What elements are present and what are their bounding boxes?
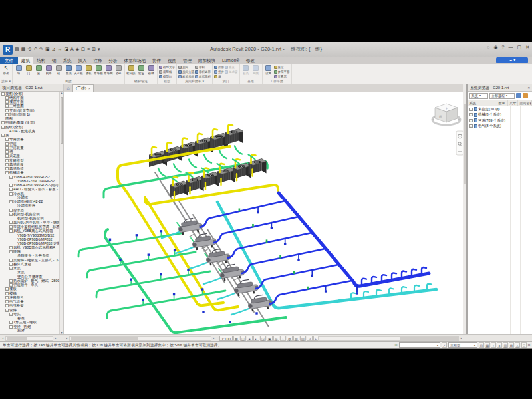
- tool-楼板[interactable]: 楼板: [84, 65, 93, 75]
- tool-坡道[interactable]: 坡道: [136, 65, 146, 75]
- ribbon-tab-8[interactable]: 协作: [149, 57, 164, 64]
- tool-面积边界[interactable]: 面积边界: [195, 70, 211, 74]
- expander-icon[interactable]: +: [9, 283, 13, 287]
- system-row[interactable]: +电气(8 个系统): [468, 124, 532, 130]
- system-row[interactable]: +未指定(38 项): [468, 106, 532, 112]
- view-tab-3d[interactable]: {三维} ×: [72, 84, 94, 92]
- expander-icon[interactable]: +: [9, 209, 13, 212]
- tool-房间[interactable]: 房间: [178, 65, 194, 69]
- expander-icon[interactable]: −: [9, 313, 13, 316]
- editable-only-icon[interactable]: ⊡: [479, 342, 484, 348]
- tree-item[interactable]: +风机_Y98B离心式风机箱A: [0, 245, 59, 249]
- expander-icon[interactable]: +: [5, 96, 9, 100]
- cloud-collaboration-button[interactable]: ☁ ▾: [496, 57, 528, 63]
- tool-幕墙系统[interactable]: 幕墙系统: [94, 65, 103, 75]
- tool-参照平面[interactable]: 参照平面: [274, 70, 290, 74]
- shadows-icon[interactable]: ◐: [253, 336, 259, 341]
- expander-icon[interactable]: −: [9, 250, 13, 253]
- sync-icon[interactable]: ⟲: [27, 46, 31, 53]
- chillers[interactable]: [162, 217, 273, 315]
- aligned-dimension-icon[interactable]: ↔: [57, 46, 62, 53]
- close-view-tab-icon[interactable]: ×: [88, 85, 90, 92]
- exclude-options-icon[interactable]: ▦: [485, 342, 490, 348]
- select-underlay-icon[interactable]: ▥: [503, 342, 508, 348]
- open-icon[interactable]: ▤: [15, 46, 19, 53]
- thin-lines-icon[interactable]: ≡: [87, 46, 90, 53]
- column-header[interactable]: 系统: [468, 100, 497, 106]
- lock-3d-view-icon[interactable]: ◎: [273, 336, 279, 341]
- project-browser-vscrollbar[interactable]: ▲ ▼: [59, 92, 63, 334]
- press-drag-icon[interactable]: ⌖: [491, 342, 496, 348]
- text-icon[interactable]: A: [70, 46, 74, 53]
- tool-垂直[interactable]: 垂直: [225, 65, 238, 69]
- canvas-scroll-left-icon[interactable]: ◂: [64, 336, 69, 341]
- ribbon-tab-4[interactable]: 插入: [75, 57, 90, 64]
- design-options-dropdown[interactable]: 主模型▾: [448, 342, 477, 348]
- file-tab[interactable]: 文件: [0, 57, 18, 64]
- expander-icon[interactable]: +: [9, 263, 13, 266]
- expander-icon[interactable]: +: [469, 113, 473, 116]
- 3d-model-view[interactable]: 上前: [64, 92, 463, 334]
- filter-icon[interactable]: ▽: [521, 342, 527, 348]
- expander-icon[interactable]: −: [5, 171, 9, 174]
- system-type-dropdown[interactable]: 系统▾: [469, 93, 488, 99]
- tool-窗[interactable]: 窗: [34, 65, 43, 75]
- tool-房间分隔[interactable]: 房间分隔: [178, 70, 194, 74]
- expander-icon[interactable]: +: [5, 304, 9, 307]
- system-row[interactable]: +管道(789 个系统): [468, 118, 532, 124]
- tool-设置[interactable]: 设置: [264, 65, 273, 75]
- expander-icon[interactable]: +: [5, 104, 9, 108]
- tool-轴网[interactable]: 轴网: [251, 65, 261, 75]
- expander-icon[interactable]: +: [5, 167, 9, 170]
- ribbon-tab-3[interactable]: 系统: [60, 57, 75, 64]
- search-icon[interactable]: ◌: [487, 45, 489, 50]
- expander-icon[interactable]: +: [5, 163, 9, 166]
- expander-icon[interactable]: +: [469, 108, 473, 111]
- tool-楼梯[interactable]: 楼梯: [146, 65, 156, 75]
- expander-icon[interactable]: +: [5, 292, 9, 295]
- expander-icon[interactable]: −: [1, 126, 5, 129]
- reveal-hidden-icon[interactable]: ◍: [287, 336, 293, 341]
- expander-icon[interactable]: −: [1, 134, 5, 137]
- expander-icon[interactable]: +: [5, 296, 9, 299]
- tool-柱[interactable]: 柱: [54, 65, 63, 75]
- expander-icon[interactable]: +: [9, 259, 13, 262]
- expander-icon[interactable]: +: [9, 184, 13, 187]
- tool-显示[interactable]: 显示: [274, 65, 290, 69]
- undo-icon[interactable]: ↶: [33, 46, 37, 53]
- tree-item[interactable]: −风机_Y98B离心式风机箱: [0, 229, 59, 233]
- worksharing-display-icon[interactable]: ▥: [293, 336, 299, 341]
- expander-icon[interactable]: +: [9, 246, 13, 249]
- scroll-right-icon[interactable]: ▸: [53, 336, 59, 341]
- account-icon[interactable]: ◉: [493, 45, 497, 50]
- tool-天花板[interactable]: 天花板: [74, 65, 83, 75]
- tool-栏杆扶手[interactable]: 栏杆扶手: [126, 65, 136, 75]
- expander-icon[interactable]: +: [5, 100, 9, 104]
- tool-构件[interactable]: 构件: [44, 65, 53, 75]
- expander-icon[interactable]: +: [5, 300, 9, 303]
- canvas-scroll-right-icon[interactable]: ▸: [211, 336, 217, 341]
- tool-模型文字[interactable]: 模型文字: [159, 65, 175, 69]
- expander-icon[interactable]: −: [9, 325, 13, 329]
- ribbon-tab-5[interactable]: 注释: [90, 57, 106, 64]
- tool-按面[interactable]: 按面: [214, 65, 224, 69]
- ribbon-tab-9[interactable]: 视图: [164, 57, 180, 64]
- expander-icon[interactable]: −: [9, 267, 13, 270]
- canvas-vscrollbar[interactable]: [463, 84, 467, 334]
- expander-icon[interactable]: +: [5, 146, 9, 150]
- ribbon-tab-1[interactable]: 结构: [33, 57, 49, 64]
- ribbon-tab-0[interactable]: 建筑: [18, 57, 33, 64]
- editable-only-icon[interactable]: ✓: [442, 342, 447, 348]
- section-icon[interactable]: ⊟: [81, 46, 85, 53]
- ribbon-tab-7[interactable]: 体量和场地: [121, 57, 150, 64]
- tree-item[interactable]: 标准: [0, 329, 59, 332]
- expander-icon[interactable]: +: [5, 159, 9, 162]
- tool-幕墙网格[interactable]: 幕墙网格: [104, 65, 113, 75]
- show-crop-region-icon[interactable]: ▣: [267, 336, 273, 341]
- ribbon-tab-11[interactable]: 附加模块: [195, 57, 219, 64]
- quick-access-toolbar[interactable]: R ▤▦⟲↶↷▣⊿↔◪A◈⊟≡⊞▾: [0, 45, 100, 55]
- expander-icon[interactable]: −: [1, 92, 5, 96]
- redo-icon[interactable]: ↷: [39, 46, 43, 53]
- project-browser-tree[interactable]: −视图 (全部)+结构平面+楼层平面+三维视图+立面 (建筑立面)+剖面 (剖面…: [0, 92, 59, 334]
- ribbon-tab-6[interactable]: 分析: [106, 57, 121, 64]
